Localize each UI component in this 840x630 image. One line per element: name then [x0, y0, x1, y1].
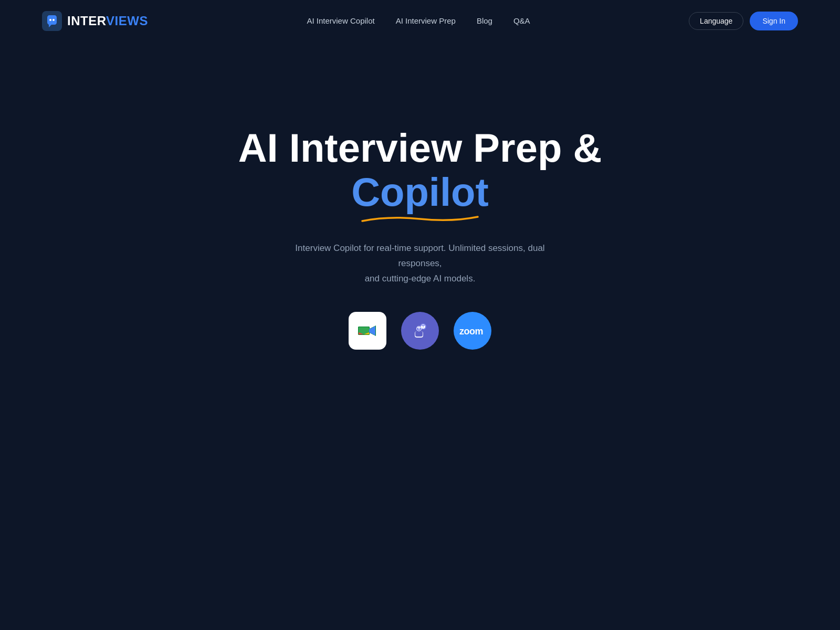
google-meet-icon [349, 312, 386, 350]
nav-links: AI Interview Copilot AI Interview Prep B… [307, 16, 530, 26]
copilot-underline [357, 214, 483, 224]
svg-text:zoom: zoom [459, 326, 483, 337]
svg-rect-15 [415, 331, 423, 337]
logo-text: INTERVIEWS [67, 14, 148, 28]
nav-actions: Language Sign In [689, 12, 798, 30]
zoom-icon: Zoom zoom [454, 312, 491, 350]
hero-subtitle: Interview Copilot for real-time support.… [284, 241, 556, 287]
svg-rect-11 [423, 325, 424, 328]
logo[interactable]: INTERVIEWS [42, 11, 148, 31]
nav-item-blog[interactable]: Blog [477, 16, 492, 26]
hero-section: AI Interview Prep & Copilot Interview Co… [0, 42, 840, 392]
nav-item-copilot[interactable]: AI Interview Copilot [307, 16, 374, 26]
hero-title: AI Interview Prep & Copilot [238, 126, 602, 214]
svg-point-1 [49, 19, 51, 21]
svg-rect-17 [419, 327, 420, 330]
platform-icons: Zoom zoom [349, 312, 491, 350]
language-button[interactable]: Language [689, 12, 743, 30]
hero-title-copilot: Copilot [238, 170, 602, 214]
nav-item-prep[interactable]: AI Interview Prep [396, 16, 456, 26]
hero-title-line1: AI Interview Prep & [238, 126, 602, 170]
microsoft-teams-icon [401, 312, 439, 350]
nav-item-qa[interactable]: Q&A [513, 16, 530, 26]
navbar: INTERVIEWS AI Interview Copilot AI Inter… [0, 0, 840, 42]
svg-point-2 [52, 19, 55, 21]
signin-button[interactable]: Sign In [750, 12, 798, 30]
logo-icon [42, 11, 62, 31]
